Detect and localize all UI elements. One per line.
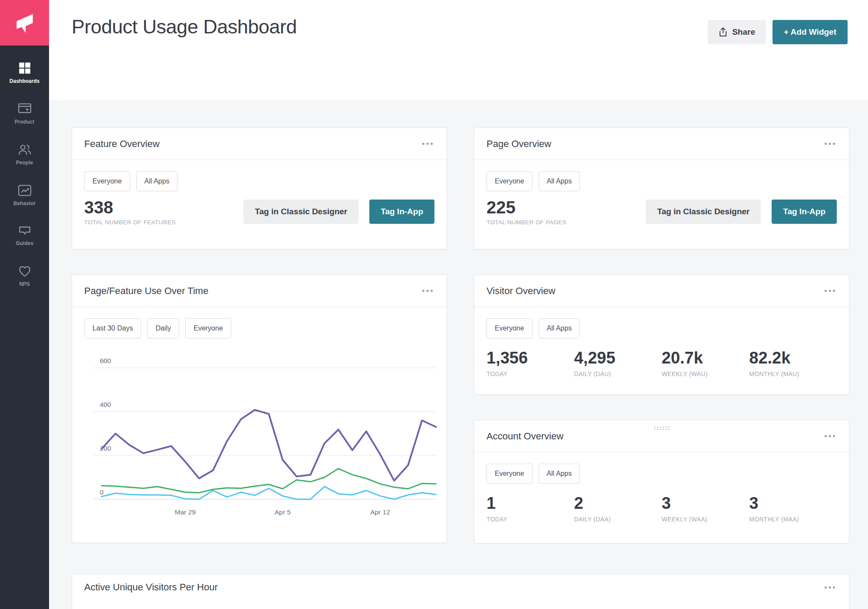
people-icon xyxy=(17,143,32,157)
card-title: Feature Overview xyxy=(84,138,160,150)
card-header: Active Unique Visitors Per Hour ••• xyxy=(72,574,849,600)
sidebar: Dashboards Product People xyxy=(0,0,49,609)
card-title: Account Overview xyxy=(487,431,563,442)
total-features-label: TOTAL NUMBER OF FEATURES xyxy=(84,219,176,226)
stat-label: TODAY xyxy=(487,516,574,523)
tag-classic-designer-button[interactable]: Tag in Classic Designer xyxy=(243,200,358,224)
filter-pill-segment[interactable]: Everyone xyxy=(487,171,533,191)
filter-pills: Everyone All Apps xyxy=(487,171,837,191)
filter-pill-segment[interactable]: Everyone xyxy=(487,318,533,338)
stat-label: TODAY xyxy=(487,370,574,377)
filter-pill-granularity[interactable]: Daily xyxy=(147,318,179,338)
sidebar-item-label: People xyxy=(16,160,33,166)
stat-value: 3 xyxy=(749,494,837,513)
tag-in-app-button[interactable]: Tag In-App xyxy=(369,200,434,224)
card-menu-icon[interactable]: ••• xyxy=(422,287,434,295)
guides-bubble-icon xyxy=(17,224,32,237)
stat-monthly-mau: 82.2k MONTHLY (MAU) xyxy=(749,349,837,377)
pendo-logo[interactable] xyxy=(0,0,49,46)
filter-pill-segment[interactable]: Everyone xyxy=(185,318,231,338)
stat-daily-dau: 4,295 DAILY (DAU) xyxy=(574,349,662,377)
card-title: Page Overview xyxy=(487,138,551,150)
behavior-chart-icon xyxy=(17,183,32,197)
header-actions: Share + Add Widget xyxy=(708,20,848,44)
sidebar-item-dashboards[interactable]: Dashboards xyxy=(0,61,49,84)
sidebar-item-product[interactable]: Product xyxy=(0,102,49,125)
visitor-stats: 1,356 TODAY 4,295 DAILY (DAU) 20.7k WEEK… xyxy=(487,349,837,377)
stat-label: WEEKLY (WAA) xyxy=(662,516,750,523)
page-header: Product Usage Dashboard Share + Add Widg… xyxy=(49,0,868,101)
stat-monthly-maa: 3 MONTHLY (MAA) xyxy=(749,494,837,523)
filter-pills: Everyone All Apps xyxy=(84,171,434,191)
stat-weekly-waa: 3 WEEKLY (WAA) xyxy=(662,494,750,523)
svg-text:Mar 29: Mar 29 xyxy=(174,508,195,516)
svg-text:400: 400 xyxy=(100,401,111,408)
nps-heart-icon xyxy=(17,264,32,278)
sidebar-item-label: Guides xyxy=(16,240,33,246)
stat-value: 4,295 xyxy=(574,349,662,368)
filter-pill-apps[interactable]: All Apps xyxy=(539,171,580,191)
sidebar-item-people[interactable]: People xyxy=(0,143,49,166)
card-header: Visitor Overview ••• xyxy=(474,275,849,307)
filter-pill-segment[interactable]: Everyone xyxy=(487,464,533,484)
pendo-flag-icon xyxy=(12,10,37,36)
filter-pill-apps[interactable]: All Apps xyxy=(539,318,580,338)
card-title: Visitor Overview xyxy=(487,285,556,297)
card-title: Page/Feature Use Over Time xyxy=(84,285,208,297)
stat-value: 82.2k xyxy=(749,349,837,368)
filter-pill-segment[interactable]: Everyone xyxy=(84,171,130,191)
stat-value: 1 xyxy=(487,494,574,513)
card-menu-icon[interactable]: ••• xyxy=(824,287,837,295)
account-stats: 1 TODAY 2 DAILY (DAA) 3 WEEKLY (WAA) xyxy=(487,494,837,523)
stat-today: 1,356 TODAY xyxy=(487,349,574,377)
stat-daily-daa: 2 DAILY (DAA) xyxy=(574,494,662,523)
card-body: Everyone All Apps 1,356 TODAY 4,295 DAIL… xyxy=(474,307,849,377)
tag-buttons: Tag in Classic Designer Tag In-App xyxy=(243,200,434,224)
sidebar-item-label: Behavior xyxy=(13,200,36,206)
stat-label: MONTHLY (MAU) xyxy=(749,370,837,377)
sidebar-item-behavior[interactable]: Behavior xyxy=(0,183,49,206)
card-header: Feature Overview ••• xyxy=(72,128,447,160)
filter-pill-apps[interactable]: All Apps xyxy=(136,171,178,191)
visitor-overview-card: Visitor Overview ••• Everyone All Apps 1… xyxy=(474,275,849,395)
tag-buttons: Tag in Classic Designer Tag In-App xyxy=(646,200,837,224)
stat-label: DAILY (DAU) xyxy=(574,370,662,377)
stat-value: 1,356 xyxy=(487,349,574,368)
sidebar-item-guides[interactable]: Guides xyxy=(0,224,49,246)
tag-classic-designer-button[interactable]: Tag in Classic Designer xyxy=(646,200,761,224)
filter-pill-daterange[interactable]: Last 30 Days xyxy=(84,318,141,338)
sidebar-item-nps[interactable]: NPS xyxy=(0,264,49,287)
stat-row: 225 TOTAL NUMBER OF PAGES Tag in Classic… xyxy=(487,197,837,226)
product-window-cursor-icon xyxy=(17,102,32,116)
card-body: Everyone All Apps 225 TOTAL NUMBER OF PA… xyxy=(474,160,849,226)
filter-pill-apps[interactable]: All Apps xyxy=(539,464,580,484)
card-menu-icon[interactable]: ••• xyxy=(824,432,837,440)
svg-text:Apr 12: Apr 12 xyxy=(370,508,390,516)
main-area: Product Usage Dashboard Share + Add Widg… xyxy=(49,0,868,609)
svg-text:0: 0 xyxy=(100,488,104,496)
chart-body: Last 30 Days Daily Everyone 0200400600Ma… xyxy=(72,318,447,527)
card-header: Page Overview ••• xyxy=(474,128,849,160)
dashboard-grid: Feature Overview ••• Everyone All Apps 3… xyxy=(49,101,868,609)
app-screen: Dashboards Product People xyxy=(0,0,868,609)
sidebar-item-label: Dashboards xyxy=(10,78,39,84)
feature-overview-card: Feature Overview ••• Everyone All Apps 3… xyxy=(72,128,447,249)
stat-value: 20.7k xyxy=(662,349,750,368)
stat-label: WEEKLY (WAU) xyxy=(662,370,750,377)
account-overview-card: Account Overview ••• Everyone All Apps 1… xyxy=(474,420,849,544)
right-column: Page Overview ••• Everyone All Apps 225 … xyxy=(474,128,849,544)
stat-label: MONTHLY (MAA) xyxy=(749,516,837,523)
sidebar-item-label: NPS xyxy=(19,281,30,287)
add-widget-button[interactable]: + Add Widget xyxy=(773,20,848,44)
share-button[interactable]: Share xyxy=(708,20,766,44)
card-menu-icon[interactable]: ••• xyxy=(422,140,434,148)
metric-block: 225 TOTAL NUMBER OF PAGES xyxy=(487,197,566,226)
tag-in-app-button[interactable]: Tag In-App xyxy=(772,200,837,224)
card-body: Everyone All Apps 1 TODAY 2 DAILY (DAA) xyxy=(474,452,849,523)
drag-handle-icon[interactable] xyxy=(653,426,670,430)
filter-pills: Everyone All Apps xyxy=(487,464,837,484)
dashboards-grid-icon xyxy=(18,61,32,75)
card-menu-icon[interactable]: ••• xyxy=(824,583,837,592)
card-menu-icon[interactable]: ••• xyxy=(824,140,837,148)
share-icon xyxy=(719,27,727,37)
